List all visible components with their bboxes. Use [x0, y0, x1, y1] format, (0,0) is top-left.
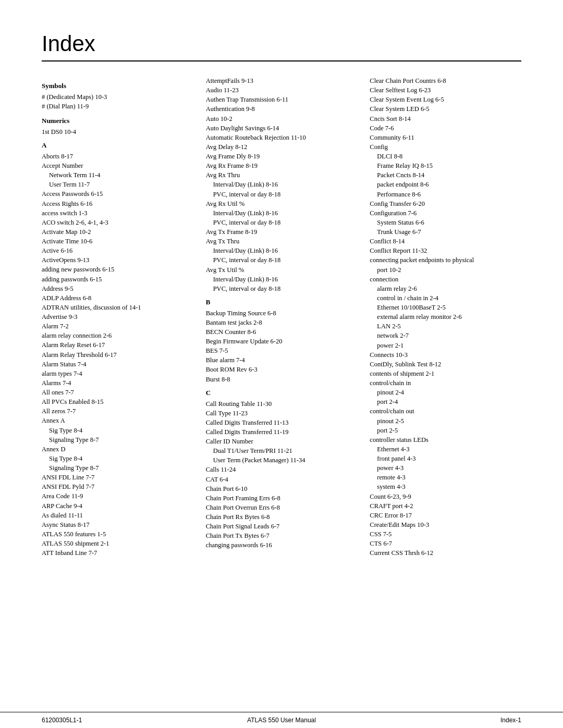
index-entry: BECN Counter 8-6 [206, 327, 358, 337]
letter-heading: A [42, 141, 193, 151]
index-entry-sub: Signaling Type 8-7 [49, 463, 193, 473]
index-entry: access switch 1-3 [42, 208, 193, 218]
index-entry-sub: User Term (Packet Manager) 11-34 [213, 455, 358, 465]
index-entry: Bantam test jacks 2-8 [206, 318, 358, 327]
index-entry: Clear System LED 6-5 [370, 104, 521, 114]
index-entry: control/chain out [370, 406, 521, 416]
index-entry: Auto 10-2 [206, 114, 358, 124]
index-entry: Caller ID Number [206, 437, 358, 446]
footer-left: 61200305L1-1 [42, 717, 202, 724]
index-entry: adding passwords 6-15 [42, 275, 193, 284]
index-entry: Current CSS Thrsh 6-12 [370, 548, 521, 558]
index-entry: Async Status 8-17 [42, 520, 193, 529]
index-entry: Avg Tx Thru [206, 237, 358, 246]
index-entry-sub: packet endpoint 8-6 [377, 180, 521, 189]
index-entry: Authen Trap Transmission 6-11 [206, 95, 358, 104]
index-entry-sub: PVC, interval or day 8-18 [213, 190, 358, 199]
index-entry-sub: Interval/Day (Link) 8-16 [213, 208, 358, 218]
index-entry-sub: System Status 6-6 [377, 218, 521, 227]
index-entry: Configuration 7-6 [370, 208, 521, 218]
index-entry: Advertise 9-3 [42, 312, 193, 322]
index-entry: ANSI FDL Pyld 7-7 [42, 482, 193, 491]
index-entry: ATLAS 550 features 1-5 [42, 529, 193, 539]
index-entry-sub: Trunk Usage 6-7 [377, 227, 521, 237]
index-entry: Automatic Routeback Rejection 11-10 [206, 133, 358, 142]
index-entry: As dialed 11-11 [42, 511, 193, 520]
index-entry: Connects 10-3 [370, 350, 521, 360]
index-entry: Burst 8-8 [206, 375, 358, 384]
index-entry: changing passwords 6-16 [206, 540, 358, 550]
index-entry-sub: Dual T1/User Term/PRI 11-21 [213, 446, 358, 455]
index-entry: controller status LEDs [370, 435, 521, 445]
index-entry: BES 7-5 [206, 346, 358, 355]
index-entry-sub: Ethernet 10/100BaseT 2-5 [377, 303, 521, 312]
index-entry: Annex A [42, 416, 193, 425]
index-entry: Avg Tx Frame 8-19 [206, 227, 358, 237]
index-entry: Called Digits Transferred 11-19 [206, 427, 358, 437]
index-entry: Clear Selftest Log 6-23 [370, 85, 521, 95]
index-entry-sub: Performance 8-6 [377, 190, 521, 199]
index-entry: Avg Frame Dly 8-19 [206, 152, 358, 161]
index-entry: Avg Rx Thru [206, 170, 358, 180]
index-entry: Chain Port 6-10 [206, 484, 358, 493]
index-entry: contents of shipment 2-1 [370, 369, 521, 378]
index-entry-sub: DLCI 8-8 [377, 152, 521, 161]
index-col-3: Clear Chain Port Countrs 6-8Clear Selfte… [370, 76, 521, 558]
index-entry: Address 9-5 [42, 284, 193, 293]
index-entry-sub: front panel 4-3 [377, 454, 521, 463]
index-entry-sub: Network Term 11-4 [49, 170, 193, 180]
letter-heading: B [206, 298, 358, 307]
index-entry: Avg Rx Frame 8-19 [206, 161, 358, 170]
index-entry-sub: pinout 2-5 [377, 416, 521, 426]
index-entry: CTS 6-7 [370, 539, 521, 548]
index-entry-sub: Ethernet 4-3 [377, 445, 521, 454]
index-entry: ADTRAN utilities, discussion of 14-1 [42, 303, 193, 312]
index-entry-sub: Signaling Type 8-7 [49, 435, 193, 445]
index-entry: Conflict Report 11-32 [370, 246, 521, 255]
index-entry: ACO switch 2-6, 4-1, 4-3 [42, 218, 193, 227]
footer: 61200305L1-1 ATLAS 550 User Manual Index… [0, 712, 563, 728]
index-entry: ContDly, Sublink Test 8-12 [370, 360, 521, 369]
index-entry: Active 6-16 [42, 246, 193, 255]
index-entry: alarm types 7-4 [42, 369, 193, 378]
index-entry: alarm relay connection 2-6 [42, 331, 193, 340]
index-entry: connection [370, 275, 521, 284]
index-entry: Authentication 9-8 [206, 104, 358, 114]
index-entry: adding new passwords 6-15 [42, 265, 193, 274]
index-entry: Avg Rx Util % [206, 199, 358, 208]
index-entry: Cncts Sort 8-14 [370, 114, 521, 124]
section-heading: Symbols [42, 81, 193, 91]
index-entry: ATLAS 550 shipment 2-1 [42, 539, 193, 548]
index-entry-sub: power 4-3 [377, 463, 521, 473]
index-entry-sub: Frame Relay IQ 8-15 [377, 161, 521, 170]
index-entry: Aborts 8-17 [42, 152, 193, 161]
index-entry: control/chain in [370, 378, 521, 388]
index-entry-sub: external alarm relay monitor 2-6 [377, 312, 521, 322]
index-entry: ActiveOpens 9-13 [42, 255, 193, 265]
index-entry-sub: Packet Cncts 8-14 [377, 170, 521, 180]
index-entry: Code 7-6 [370, 124, 521, 133]
index-entry: Activate Time 10-6 [42, 237, 193, 246]
index-entry: Activate Map 10-2 [42, 227, 193, 237]
page-title: Index [42, 31, 521, 56]
index-entry: Boot ROM Rev 6-3 [206, 365, 358, 374]
index-entry: ANSI FDL Line 7-7 [42, 473, 193, 482]
index-entry: Chain Port Tx Bytes 6-7 [206, 531, 358, 540]
letter-heading: C [206, 388, 358, 398]
index-entry: Alarm 7-2 [42, 322, 193, 331]
index-entry-sub: PVC, interval or day 8-18 [213, 284, 358, 293]
index-entry: Auto Daylight Savings 6-14 [206, 124, 358, 133]
index-entry: Alarm Status 7-4 [42, 360, 193, 369]
index-entry: Blue alarm 7-4 [206, 355, 358, 365]
index-entry: All ones 7-7 [42, 388, 193, 397]
index-entry: Clear System Event Log 6-5 [370, 95, 521, 104]
index-entry: Chain Port Framing Errs 6-8 [206, 493, 358, 503]
index-entry-sub: Sig Type 8-4 [49, 454, 193, 463]
index-entry: Access Passwords 6-15 [42, 189, 193, 199]
index-entry: Call Type 11-23 [206, 409, 358, 418]
index-entry: Chain Port Rx Bytes 6-8 [206, 512, 358, 522]
index-entry: Calls 11-24 [206, 465, 358, 474]
index-entry: # (Dial Plan) 11-9 [42, 102, 193, 111]
index-entry: connecting packet endpoints to physical [370, 255, 521, 265]
index-entry: Avg Tx Util % [206, 265, 358, 275]
